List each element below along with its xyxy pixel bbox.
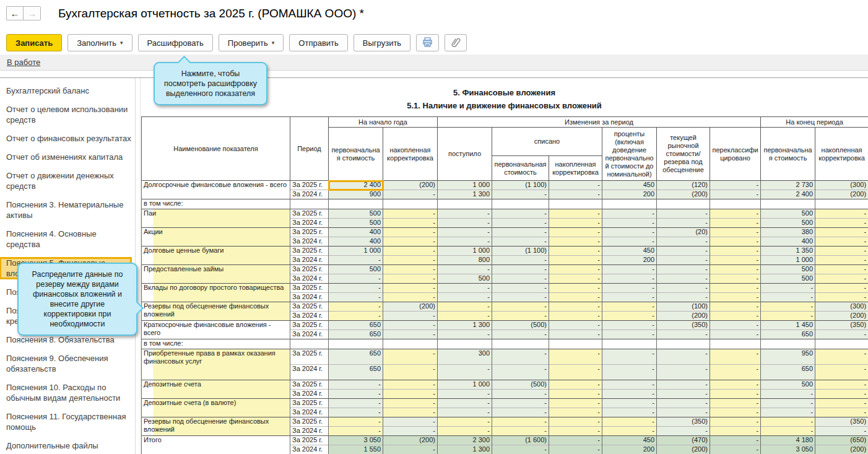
- table-cell[interactable]: (1 100): [492, 181, 549, 190]
- table-cell[interactable]: -: [438, 390, 492, 399]
- check-button[interactable]: Проверить ▾: [219, 34, 284, 51]
- table-cell[interactable]: -: [329, 312, 383, 321]
- table-cell[interactable]: -: [761, 312, 815, 321]
- table-cell[interactable]: -: [383, 399, 438, 408]
- attach-button[interactable]: [445, 34, 467, 51]
- period-cell[interactable]: За 2024 г.: [290, 256, 329, 265]
- table-cell[interactable]: (200): [657, 190, 710, 199]
- table-cell[interactable]: [602, 339, 657, 349]
- table-cell[interactable]: -: [383, 274, 438, 284]
- table-cell[interactable]: -: [383, 256, 438, 265]
- table-cell[interactable]: -: [710, 274, 761, 284]
- table-cell[interactable]: 1 450: [761, 321, 815, 330]
- table-cell[interactable]: -: [710, 330, 761, 339]
- table-cell[interactable]: -: [492, 427, 549, 436]
- table-cell[interactable]: -: [492, 445, 549, 454]
- table-cell[interactable]: -: [602, 219, 657, 228]
- table-cell[interactable]: -: [657, 247, 710, 256]
- row-label[interactable]: Резервы под обесценение финансовых вложе…: [142, 417, 290, 436]
- table-cell[interactable]: -: [438, 265, 492, 274]
- table-cell[interactable]: -: [815, 365, 868, 380]
- table-cell[interactable]: -: [549, 417, 602, 427]
- table-cell[interactable]: 900: [329, 190, 383, 199]
- table-cell[interactable]: -: [602, 417, 657, 427]
- table-cell[interactable]: [438, 199, 492, 209]
- table-cell[interactable]: [549, 339, 602, 349]
- table-cell[interactable]: -: [383, 380, 438, 390]
- table-cell[interactable]: -: [383, 312, 438, 321]
- table-cell[interactable]: (200): [815, 190, 868, 199]
- table-cell[interactable]: 500: [438, 274, 492, 284]
- table-cell[interactable]: -: [657, 399, 710, 408]
- decipher-button[interactable]: Расшифровать: [138, 34, 213, 51]
- table-cell[interactable]: -: [602, 390, 657, 399]
- table-cell[interactable]: 500: [329, 265, 383, 274]
- table-cell[interactable]: -: [602, 321, 657, 330]
- table-cell[interactable]: -: [549, 237, 602, 247]
- table-cell[interactable]: 400: [329, 228, 383, 237]
- table-cell[interactable]: -: [492, 399, 549, 408]
- table-cell[interactable]: -: [549, 219, 602, 228]
- period-cell[interactable]: За 2025 г.: [290, 417, 329, 427]
- table-cell[interactable]: (200): [383, 181, 438, 190]
- table-cell[interactable]: -: [815, 265, 868, 274]
- table-cell[interactable]: -: [657, 265, 710, 274]
- table-cell[interactable]: (120): [657, 181, 710, 190]
- sidebar-item[interactable]: Отчет о целевом использовании средств: [6, 104, 131, 125]
- sidebar-item[interactable]: Пояснения 10. Расходы по обычным видам д…: [6, 382, 131, 403]
- table-cell[interactable]: -: [549, 274, 602, 284]
- table-cell[interactable]: -: [492, 293, 549, 302]
- sidebar-item[interactable]: Пояснения 3. Нематериальные активы: [6, 199, 131, 220]
- period-cell[interactable]: За 2025 г.: [290, 209, 329, 219]
- table-cell[interactable]: -: [761, 293, 815, 302]
- table-cell[interactable]: -: [602, 399, 657, 408]
- period-cell[interactable]: За 2025 г.: [290, 302, 329, 312]
- table-cell[interactable]: -: [815, 390, 868, 399]
- table-cell[interactable]: [492, 339, 549, 349]
- table-cell[interactable]: -: [549, 445, 602, 454]
- table-cell[interactable]: -: [549, 365, 602, 380]
- row-label[interactable]: Краткосрочные финансовые вложения - всег…: [142, 321, 290, 339]
- table-cell[interactable]: -: [383, 445, 438, 454]
- period-cell[interactable]: За 2025 г.: [290, 284, 329, 293]
- table-cell[interactable]: -: [815, 427, 868, 436]
- table-cell[interactable]: 450: [602, 181, 657, 190]
- table-cell[interactable]: -: [710, 190, 761, 199]
- back-arrow-icon[interactable]: ←: [6, 6, 24, 20]
- table-cell[interactable]: -: [549, 228, 602, 237]
- table-cell[interactable]: -: [492, 265, 549, 274]
- table-cell[interactable]: -: [710, 228, 761, 237]
- table-cell[interactable]: 650: [761, 365, 815, 380]
- period-cell[interactable]: За 2024 г.: [290, 274, 329, 284]
- table-cell[interactable]: 500: [329, 219, 383, 228]
- table-cell[interactable]: -: [329, 380, 383, 390]
- row-label[interactable]: Резервы под обесценение финансовых вложе…: [142, 302, 290, 321]
- table-cell[interactable]: -: [329, 302, 383, 312]
- table-cell[interactable]: (350): [657, 321, 710, 330]
- table-cell[interactable]: -: [710, 237, 761, 247]
- table-cell[interactable]: -: [602, 349, 657, 365]
- table-cell[interactable]: (350): [815, 321, 868, 330]
- table-cell[interactable]: -: [657, 427, 710, 436]
- table-cell[interactable]: 1 300: [438, 321, 492, 330]
- table-cell[interactable]: (200): [383, 436, 438, 445]
- table-cell[interactable]: -: [549, 256, 602, 265]
- table-cell[interactable]: -: [492, 237, 549, 247]
- table-cell[interactable]: -: [492, 256, 549, 265]
- table-cell[interactable]: -: [602, 228, 657, 237]
- sidebar-item[interactable]: Отчет о финансовых результатах: [6, 133, 131, 144]
- table-cell[interactable]: -: [492, 219, 549, 228]
- status-link[interactable]: В работе: [7, 58, 40, 67]
- table-cell[interactable]: -: [710, 445, 761, 454]
- table-cell[interactable]: 650: [329, 330, 383, 339]
- table-cell[interactable]: [761, 339, 815, 349]
- table-cell[interactable]: -: [815, 284, 868, 293]
- forward-arrow-icon[interactable]: →: [24, 6, 41, 20]
- table-cell[interactable]: -: [383, 265, 438, 274]
- table-cell[interactable]: (350): [657, 417, 710, 427]
- table-cell[interactable]: -: [329, 427, 383, 436]
- table-cell[interactable]: (200): [657, 445, 710, 454]
- table-cell[interactable]: -: [383, 390, 438, 399]
- table-cell[interactable]: -: [438, 209, 492, 219]
- table-cell[interactable]: -: [710, 365, 761, 380]
